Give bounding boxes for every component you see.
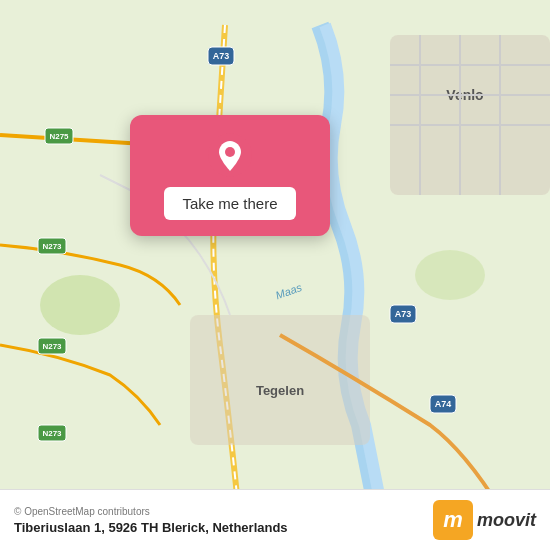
map-container: A73 A73 A74 N275 N275 N273 N273 N273 Ven… <box>0 0 550 550</box>
moovit-logo: m moovit <box>433 500 536 540</box>
svg-point-29 <box>415 250 485 300</box>
svg-rect-17 <box>390 35 550 195</box>
svg-rect-19 <box>190 315 370 445</box>
copyright-text: © OpenStreetMap contributors <box>14 506 288 517</box>
svg-point-32 <box>225 147 235 157</box>
bottom-bar: © OpenStreetMap contributors Tiberiuslaa… <box>0 489 550 550</box>
moovit-logo-text: moovit <box>477 510 536 531</box>
svg-text:N275: N275 <box>49 132 69 141</box>
svg-text:N273: N273 <box>42 342 62 351</box>
map-svg: A73 A73 A74 N275 N275 N273 N273 N273 Ven… <box>0 0 550 550</box>
svg-text:N273: N273 <box>42 242 62 251</box>
popup-card: Take me there <box>130 115 330 236</box>
svg-text:A73: A73 <box>395 309 412 319</box>
svg-text:A73: A73 <box>213 51 230 61</box>
svg-text:N273: N273 <box>42 429 62 438</box>
bottom-left: © OpenStreetMap contributors Tiberiuslaa… <box>14 506 288 535</box>
svg-text:Tegelen: Tegelen <box>256 383 304 398</box>
svg-point-28 <box>40 275 120 335</box>
address-text: Tiberiuslaan 1, 5926 TH Blerick, Netherl… <box>14 520 288 535</box>
location-pin-icon <box>208 133 252 177</box>
moovit-logo-icon: m <box>433 500 473 540</box>
svg-text:A74: A74 <box>435 399 452 409</box>
take-me-there-button[interactable]: Take me there <box>164 187 295 220</box>
